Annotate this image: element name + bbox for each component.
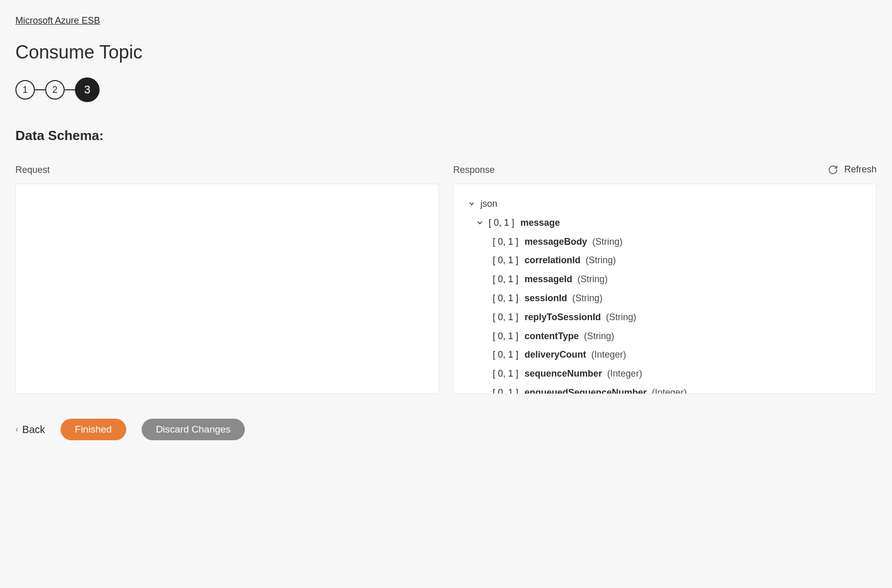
prop-type: (Integer) bbox=[591, 347, 626, 362]
page-title: Consume Topic bbox=[15, 42, 877, 63]
response-label: Response bbox=[453, 165, 877, 175]
prop-type: (Integer) bbox=[607, 366, 642, 381]
prop-name: sequenceNumber bbox=[525, 366, 602, 381]
step-3[interactable]: 3 bbox=[75, 77, 100, 102]
tree-leaf[interactable]: [ 0, 1 ] enqueuedSequenceNumber (Integer… bbox=[468, 383, 862, 394]
tree-leaf[interactable]: [ 0, 1 ] contentType (String) bbox=[468, 327, 862, 346]
chevron-left-icon: ‹ bbox=[15, 425, 18, 434]
prop-name: replyToSessionId bbox=[525, 310, 601, 325]
request-panel bbox=[15, 184, 439, 394]
tree-leaf[interactable]: [ 0, 1 ] messageBody (String) bbox=[468, 232, 862, 251]
prop-type: (String) bbox=[606, 310, 636, 325]
step-connector bbox=[35, 89, 45, 90]
prop-type: (String) bbox=[577, 272, 608, 287]
tree-root[interactable]: json bbox=[468, 194, 862, 213]
discard-button[interactable]: Discard Changes bbox=[142, 419, 245, 440]
back-button[interactable]: ‹ Back bbox=[15, 424, 45, 436]
prop-name: messageId bbox=[525, 272, 572, 287]
back-label: Back bbox=[22, 424, 45, 436]
response-panel: json [ 0, 1 ] message [ 0, 1 ] messageBo… bbox=[453, 184, 877, 394]
cardinality: [ 0, 1 ] bbox=[493, 291, 518, 306]
tree-leaf[interactable]: [ 0, 1 ] correlationId (String) bbox=[468, 251, 862, 270]
cardinality: [ 0, 1 ] bbox=[493, 234, 518, 249]
request-label: Request bbox=[15, 165, 439, 175]
tree-leaf[interactable]: [ 0, 1 ] sequenceNumber (Integer) bbox=[468, 364, 862, 383]
tree-leaf[interactable]: [ 0, 1 ] sessionId (String) bbox=[468, 289, 862, 308]
prop-type: (String) bbox=[572, 291, 603, 306]
chevron-down-icon bbox=[468, 201, 475, 207]
prop-name: deliveryCount bbox=[525, 347, 586, 362]
cardinality: [ 0, 1 ] bbox=[493, 329, 518, 344]
tree-leaf[interactable]: [ 0, 1 ] replyToSessionId (String) bbox=[468, 308, 862, 327]
tree-leaf[interactable]: [ 0, 1 ] deliveryCount (Integer) bbox=[468, 345, 862, 364]
footer: ‹ Back Finished Discard Changes bbox=[15, 419, 877, 440]
cardinality: [ 0, 1 ] bbox=[493, 366, 518, 381]
breadcrumb-link[interactable]: Microsoft Azure ESB bbox=[15, 15, 100, 26]
cardinality: [ 0, 1 ] bbox=[493, 253, 518, 268]
prop-name: sessionId bbox=[525, 291, 567, 306]
prop-type: (String) bbox=[584, 329, 614, 344]
cardinality: [ 0, 1 ] bbox=[493, 272, 518, 287]
response-column: Response json [ 0, 1 ] message [ 0, 1 ] … bbox=[453, 165, 877, 394]
prop-name: enqueuedSequenceNumber bbox=[525, 385, 647, 394]
prop-type: (Integer) bbox=[652, 385, 687, 394]
request-column: Request bbox=[15, 165, 439, 394]
cardinality: [ 0, 1 ] bbox=[493, 385, 518, 394]
stepper: 1 2 3 bbox=[15, 77, 877, 102]
tree-node-message[interactable]: [ 0, 1 ] message bbox=[468, 213, 862, 232]
chevron-down-icon bbox=[476, 220, 483, 226]
prop-type: (String) bbox=[586, 253, 616, 268]
tree-leaf[interactable]: [ 0, 1 ] messageId (String) bbox=[468, 270, 862, 289]
section-title: Data Schema: bbox=[15, 128, 877, 144]
prop-name: message bbox=[520, 215, 560, 230]
prop-name: correlationId bbox=[525, 253, 580, 268]
prop-name: contentType bbox=[525, 329, 579, 344]
step-connector bbox=[65, 89, 75, 90]
step-2[interactable]: 2 bbox=[45, 80, 65, 100]
cardinality: [ 0, 1 ] bbox=[493, 347, 518, 362]
prop-type: (String) bbox=[592, 234, 623, 249]
cardinality: [ 0, 1 ] bbox=[489, 215, 514, 230]
step-1[interactable]: 1 bbox=[15, 80, 35, 100]
prop-name: messageBody bbox=[525, 234, 587, 249]
tree-root-label: json bbox=[480, 197, 497, 211]
cardinality: [ 0, 1 ] bbox=[493, 310, 518, 325]
finished-button[interactable]: Finished bbox=[61, 419, 126, 440]
